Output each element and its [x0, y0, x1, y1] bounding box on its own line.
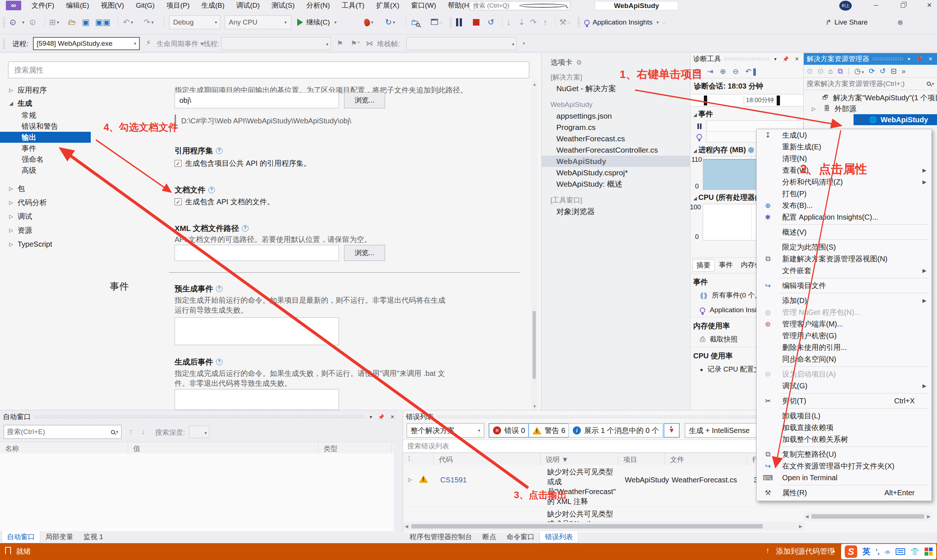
- context-menu-分析和代码清理(Z)[interactable]: 分析和代码清理(Z)▶: [757, 176, 931, 188]
- avatar[interactable]: 剑上: [839, 1, 852, 11]
- column-blank[interactable]: ⫶: [403, 453, 434, 466]
- save-button[interactable]: ▣: [82, 16, 90, 29]
- keyboard-icon[interactable]: [895, 548, 905, 555]
- restart-debug-button[interactable]: ↺: [488, 16, 494, 29]
- tab-list-item[interactable]: WeatherForecastController.cs: [542, 144, 690, 155]
- diag-tab-事件[interactable]: 事件: [715, 259, 736, 272]
- dropdown-icon[interactable]: ▾: [906, 56, 912, 62]
- live-share-button[interactable]: ↱ Live Share: [825, 16, 868, 29]
- quick-search-box[interactable]: 搜索 (Ctrl+Q): [469, 1, 570, 10]
- find-in-files-button[interactable]: 🗀: [411, 16, 423, 29]
- export-icon[interactable]: ⇥: [707, 67, 713, 76]
- save-all-button[interactable]: ▣▣: [95, 16, 111, 29]
- close-icon[interactable]: ✕: [793, 56, 800, 62]
- app-insights-button[interactable]: Application Insights▾⸫: [584, 16, 665, 29]
- context-menu-添加(D)[interactable]: 添加(D)▶: [757, 295, 931, 306]
- session-timeline[interactable]: 18:00分钟: [690, 94, 803, 106]
- refresh-icon[interactable]: ↺: [880, 67, 886, 75]
- messages-filter-button[interactable]: i展示 1 个消息中的 0 个: [568, 423, 663, 438]
- scrollbar-thumb[interactable]: [532, 311, 536, 379]
- next-icon[interactable]: ↓: [141, 427, 145, 436]
- up-arrow-icon[interactable]: ↑: [766, 546, 770, 555]
- close-button[interactable]: ✕: [921, 0, 937, 11]
- toolbox-grid-icon[interactable]: [925, 548, 932, 555]
- context-menu-配置 Application Insights(C)...[interactable]: ✱配置 Application Insights(C)...: [757, 211, 931, 223]
- tab-list-item[interactable]: WebApiStudy.csproj*: [542, 167, 690, 178]
- microphone-icon[interactable]: ⌯: [885, 548, 891, 556]
- properties-nav-包[interactable]: ▷包: [0, 182, 95, 195]
- row-expander[interactable]: ▷: [403, 465, 419, 482]
- menu-item-2[interactable]: 视图(V): [95, 0, 130, 11]
- toolbar-grip[interactable]: [578, 17, 580, 28]
- close-icon[interactable]: ✕: [389, 414, 396, 420]
- properties-search-input[interactable]: 搜索属性: [8, 62, 529, 78]
- platform-dropdown[interactable]: Any CPU▾: [225, 15, 291, 29]
- menu-item-11[interactable]: 窗口(W): [405, 0, 442, 11]
- back-icon[interactable]: ⊙: [807, 67, 813, 75]
- cell-code[interactable]: [434, 507, 541, 518]
- errorlist-tab-命令窗口[interactable]: 命令窗口: [502, 531, 540, 543]
- properties-nav-事件[interactable]: 事件: [0, 143, 95, 154]
- lifecycle-events-button[interactable]: 生命周期事件 ▾: [157, 39, 204, 49]
- pin-icon[interactable]: 📌: [377, 414, 386, 420]
- caret-up-icon[interactable]: ▲: [832, 548, 836, 554]
- error-row[interactable]: 缺少对公共可见类型或成员"Weathe: [403, 507, 804, 522]
- column-desc[interactable]: 说明 ▼: [541, 453, 618, 466]
- error-search-input[interactable]: 搜索错误列表: [403, 440, 804, 453]
- tab-list-item[interactable]: WebApiStudy: 概述: [542, 178, 690, 189]
- autos-tab-自动窗口[interactable]: 自动窗口: [2, 531, 40, 543]
- context-menu-管理用户机密(G)[interactable]: 管理用户机密(G): [757, 330, 931, 342]
- scroll-left-icon[interactable]: ◀: [804, 514, 810, 519]
- zoom-out-icon[interactable]: ⊖: [732, 67, 739, 76]
- zoom-in-icon[interactable]: ⊕: [720, 67, 726, 76]
- minimize-button[interactable]: ─: [868, 0, 884, 11]
- context-menu-复制完整路径(U)[interactable]: ⧉复制完整路径(U): [757, 448, 931, 460]
- menu-item-5[interactable]: 生成(B): [195, 0, 230, 11]
- properties-nav-资源[interactable]: ▷资源: [0, 223, 95, 237]
- context-menu-在文件资源管理器中打开文件夹(X)[interactable]: ↪在文件资源管理器中打开文件夹(X): [757, 460, 931, 472]
- prebuild-textarea[interactable]: [175, 317, 339, 345]
- gear-icon[interactable]: ⚙: [576, 58, 582, 67]
- cell-code[interactable]: CS1591: [434, 465, 541, 484]
- toolbar-grip[interactable]: [3, 17, 5, 28]
- autos-titlebar[interactable]: 自动窗口 ▾ 📌 ✕: [0, 410, 399, 422]
- menu-item-8[interactable]: 分析(N): [300, 0, 335, 11]
- base-output-input[interactable]: obj\: [175, 92, 339, 108]
- restart-app-button[interactable]: ↻▾: [385, 16, 395, 29]
- context-menu-管理客户端库(M)...[interactable]: ⊛管理客户端库(M)...: [757, 318, 931, 330]
- context-menu-属性(R)[interactable]: ⚒属性(R)Alt+Enter: [757, 487, 931, 498]
- autos-tab-监视 1[interactable]: 监视 1: [78, 531, 108, 543]
- navigate-forward-button[interactable]: ⊙→: [29, 16, 41, 29]
- properties-nav-代码分析[interactable]: ▷代码分析: [0, 195, 95, 209]
- errorlist-tab-程序包管理器控制台[interactable]: 程序包管理器控制台: [405, 531, 477, 543]
- step-out-button[interactable]: ↑: [543, 16, 547, 29]
- pause-button[interactable]: [456, 16, 462, 29]
- context-menu-概述(V)[interactable]: 概述(V): [757, 226, 931, 238]
- undo-button[interactable]: ↶▾: [123, 16, 133, 29]
- toolbar-grip[interactable]: [3, 38, 5, 49]
- dropdown-icon[interactable]: ▾: [773, 56, 778, 62]
- pin-icon[interactable]: 📌: [781, 56, 790, 62]
- error-list-titlebar[interactable]: 错误列表: [403, 410, 804, 422]
- properties-nav-TypeScript[interactable]: ▷TypeScript: [0, 237, 95, 251]
- properties-nav-高级[interactable]: 高级: [0, 165, 95, 176]
- previous-icon[interactable]: ↑: [129, 427, 133, 436]
- context-menu-限定为此范围(S)[interactable]: 限定为此范围(S): [757, 241, 931, 253]
- menu-item-4[interactable]: 项目(P): [161, 0, 195, 11]
- errorlist-tab-错误列表[interactable]: 错误列表: [540, 531, 578, 543]
- tab-list-item[interactable]: 对象浏览器: [542, 206, 690, 217]
- new-project-button[interactable]: ⊞▾: [49, 16, 59, 29]
- context-menu-卸载项目(L)[interactable]: 卸载项目(L): [757, 410, 931, 422]
- context-menu-清理(N)[interactable]: 清理(N): [757, 152, 931, 165]
- home-icon[interactable]: ⌂: [829, 67, 833, 75]
- tab-list-item[interactable]: Program.cs: [542, 122, 690, 133]
- toolbar-grip[interactable]: [449, 17, 452, 28]
- checkbox-checked-icon[interactable]: ✓: [175, 198, 182, 205]
- menu-item-3[interactable]: Git(G): [130, 0, 161, 11]
- doc-file-checkbox-row[interactable]: ✓生成包含 API 文档的文件。: [175, 197, 274, 207]
- skin-icon[interactable]: 👕: [910, 547, 919, 556]
- properties-nav-强命名[interactable]: 强命名: [0, 154, 95, 165]
- warnings-filter-button[interactable]: 警告 6: [528, 423, 570, 438]
- solution-explorer-titlebar[interactable]: 解决方案资源管理器 ▾ 📌 ✕: [804, 53, 937, 65]
- context-menu-剪切(T)[interactable]: ✂剪切(T)Ctrl+X: [757, 395, 931, 407]
